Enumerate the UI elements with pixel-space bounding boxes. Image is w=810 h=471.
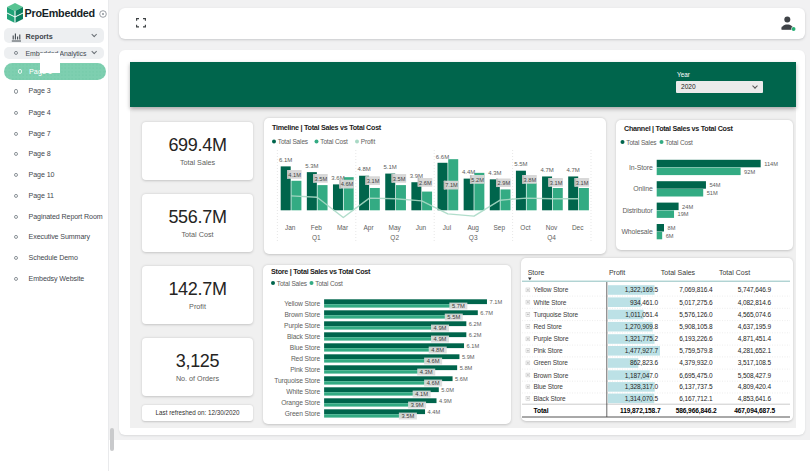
svg-text:Total Sales: Total Sales bbox=[277, 280, 308, 287]
svg-text:6.2M: 6.2M bbox=[469, 332, 482, 338]
svg-text:Oct: Oct bbox=[520, 224, 530, 231]
svg-text:4.1M: 4.1M bbox=[415, 391, 428, 397]
svg-text:8M: 8M bbox=[668, 225, 676, 231]
svg-text:Nov: Nov bbox=[546, 224, 558, 231]
svg-text:4.4M: 4.4M bbox=[428, 409, 441, 415]
svg-text:4.9M: 4.9M bbox=[434, 336, 447, 342]
svg-text:4,082,814.6: 4,082,814.6 bbox=[738, 299, 772, 306]
svg-text:5.5M: 5.5M bbox=[514, 161, 527, 167]
svg-text:Black Store: Black Store bbox=[287, 333, 320, 340]
svg-text:Q4: Q4 bbox=[547, 234, 556, 242]
svg-text:Pink Store: Pink Store bbox=[290, 366, 320, 373]
svg-text:4,637,195.9: 4,637,195.9 bbox=[738, 323, 772, 330]
svg-text:3.1M: 3.1M bbox=[367, 178, 380, 184]
svg-text:6,167,712.1: 6,167,712.1 bbox=[679, 395, 713, 402]
svg-text:4,809,420.4: 4,809,420.4 bbox=[738, 383, 772, 390]
svg-text:4.4M: 4.4M bbox=[462, 169, 475, 175]
svg-text:5.6M: 5.6M bbox=[455, 376, 468, 382]
svg-text:1,328,317.0: 1,328,317.0 bbox=[625, 383, 659, 390]
svg-text:4.9M: 4.9M bbox=[439, 398, 452, 404]
svg-text:White Store: White Store bbox=[534, 299, 567, 306]
svg-text:Q3: Q3 bbox=[469, 234, 478, 242]
svg-text:Pink Store: Pink Store bbox=[534, 347, 563, 354]
svg-text:4.6M: 4.6M bbox=[427, 358, 440, 364]
svg-text:2.9M: 2.9M bbox=[497, 180, 510, 186]
svg-text:Feb: Feb bbox=[311, 224, 323, 231]
svg-text:Total Sales: Total Sales bbox=[626, 139, 657, 146]
svg-text:1,477,927.7: 1,477,927.7 bbox=[625, 347, 659, 354]
svg-text:4.1M: 4.1M bbox=[288, 172, 301, 178]
svg-text:4.9M: 4.9M bbox=[434, 325, 447, 331]
svg-text:4.3M: 4.3M bbox=[420, 369, 433, 375]
svg-text:5,508,427.9: 5,508,427.9 bbox=[738, 372, 772, 379]
svg-text:5,747,646.9: 5,747,646.9 bbox=[738, 286, 772, 293]
svg-text:5,908,105.8: 5,908,105.8 bbox=[679, 323, 713, 330]
svg-text:1,322,169.5: 1,322,169.5 bbox=[625, 286, 659, 293]
svg-text:Total Cost: Total Cost bbox=[320, 138, 348, 145]
svg-text:3,517,108.5: 3,517,108.5 bbox=[738, 359, 772, 366]
svg-text:5,576,126.0: 5,576,126.0 bbox=[679, 311, 713, 318]
svg-text:Purple Store: Purple Store bbox=[534, 335, 569, 343]
svg-text:Timeline | Total Sales vs Tota: Timeline | Total Sales vs Total Cost bbox=[272, 123, 382, 132]
svg-text:Yellow Store: Yellow Store bbox=[284, 300, 320, 307]
svg-text:5,017,275.6: 5,017,275.6 bbox=[679, 299, 713, 306]
svg-text:1,011,051.4: 1,011,051.4 bbox=[625, 311, 658, 318]
svg-text:5.9M: 5.9M bbox=[462, 354, 475, 360]
svg-text:114M: 114M bbox=[764, 161, 778, 167]
svg-text:Total Cost: Total Cost bbox=[315, 280, 343, 287]
svg-text:Black Store: Black Store bbox=[534, 395, 567, 402]
svg-text:Channel | Total Sales vs Total: Channel | Total Sales vs Total Cost bbox=[624, 124, 733, 133]
svg-text:3.1M: 3.1M bbox=[576, 180, 589, 186]
svg-text:Aug: Aug bbox=[467, 224, 479, 232]
svg-text:6.6M: 6.6M bbox=[436, 154, 449, 160]
svg-text:5,759,579.8: 5,759,579.8 bbox=[679, 347, 713, 354]
svg-text:4.6M: 4.6M bbox=[341, 181, 354, 187]
svg-text:4,871,451.4: 4,871,451.4 bbox=[738, 335, 772, 342]
svg-text:586,966,846.2: 586,966,846.2 bbox=[676, 407, 717, 415]
svg-text:Q1: Q1 bbox=[312, 234, 321, 242]
svg-text:Green Store: Green Store bbox=[534, 359, 569, 366]
svg-text:5.5M: 5.5M bbox=[447, 314, 460, 320]
svg-text:119,872,158.7: 119,872,158.7 bbox=[620, 407, 661, 415]
svg-text:Red Store: Red Store bbox=[534, 323, 563, 330]
svg-text:Orange Store: Orange Store bbox=[281, 399, 320, 407]
svg-text:6.7M: 6.7M bbox=[480, 310, 493, 316]
svg-text:4.3M: 4.3M bbox=[488, 170, 501, 176]
svg-text:Turquoise Store: Turquoise Store bbox=[274, 377, 320, 385]
svg-text:4.8M: 4.8M bbox=[431, 347, 444, 353]
svg-text:Total Sales: Total Sales bbox=[661, 269, 696, 276]
svg-text:1,321,775.2: 1,321,775.2 bbox=[625, 335, 659, 342]
svg-text:3.5M: 3.5M bbox=[314, 176, 327, 182]
svg-text:51M: 51M bbox=[707, 190, 718, 196]
svg-text:Q2: Q2 bbox=[390, 234, 399, 242]
svg-text:4.6M: 4.6M bbox=[427, 380, 440, 386]
svg-text:Jul: Jul bbox=[443, 224, 452, 231]
svg-text:3.5M: 3.5M bbox=[393, 176, 406, 182]
svg-text:Green Store: Green Store bbox=[285, 410, 321, 417]
svg-text:54M: 54M bbox=[709, 182, 720, 188]
svg-text:7,069,816.4: 7,069,816.4 bbox=[679, 286, 713, 293]
svg-text:Purple Store: Purple Store bbox=[284, 322, 320, 330]
svg-text:Total Sales: Total Sales bbox=[278, 138, 309, 145]
svg-text:Profit: Profit bbox=[361, 138, 376, 145]
svg-text:4,853,641.6: 4,853,641.6 bbox=[738, 395, 772, 402]
svg-text:May: May bbox=[389, 224, 402, 232]
svg-text:5.1M: 5.1M bbox=[384, 164, 397, 170]
svg-text:5.8M: 5.8M bbox=[460, 365, 473, 371]
svg-text:Yellow Store: Yellow Store bbox=[534, 286, 569, 293]
svg-text:Store: Store bbox=[528, 269, 545, 276]
svg-text:Apr: Apr bbox=[364, 224, 375, 232]
svg-text:4.7M: 4.7M bbox=[567, 167, 580, 173]
svg-text:6,695,475.0: 6,695,475.0 bbox=[679, 372, 713, 379]
svg-text:4.8M: 4.8M bbox=[357, 166, 370, 172]
svg-text:Online: Online bbox=[633, 185, 653, 192]
svg-text:5.3M: 5.3M bbox=[305, 163, 318, 169]
svg-text:Distributor: Distributor bbox=[622, 207, 653, 214]
svg-text:Profit: Profit bbox=[609, 269, 625, 276]
svg-text:Dec: Dec bbox=[572, 224, 584, 231]
svg-text:4,379,932.0: 4,379,932.0 bbox=[679, 359, 713, 366]
svg-text:Sep: Sep bbox=[494, 224, 506, 232]
svg-text:Blue Store: Blue Store bbox=[534, 383, 564, 390]
svg-text:5.0M: 5.0M bbox=[441, 387, 454, 393]
svg-text:Jan: Jan bbox=[285, 224, 296, 231]
